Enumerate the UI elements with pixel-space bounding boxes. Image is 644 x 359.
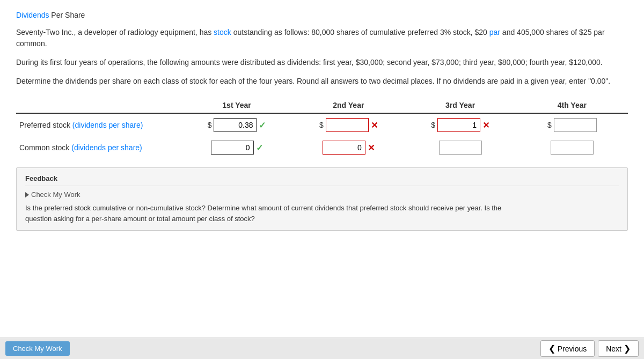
common-year2-x-icon: ✕: [368, 143, 375, 153]
preferred-stock-row: Preferred stock (dividends per share) $ …: [16, 113, 628, 136]
common-year1-input[interactable]: [211, 141, 254, 155]
common-year1-cell: ✓: [181, 136, 292, 159]
title-highlight: Dividends: [16, 11, 49, 19]
common-year2-group: ✕: [296, 141, 401, 155]
preferred-year3-x-icon: ✕: [482, 120, 489, 130]
preferred-year1-input[interactable]: [214, 118, 257, 132]
preferred-year1-cell: $ ✓: [181, 113, 292, 136]
preferred-year3-cell: $ ✕: [404, 113, 516, 136]
nav-buttons: ❮ Previous Next ❯: [540, 340, 639, 357]
preferred-year2-input[interactable]: [326, 118, 369, 132]
common-year2-input[interactable]: [323, 141, 365, 155]
common-year3-cell: [404, 136, 516, 159]
common-stock-label: Common stock (dividends per share): [16, 136, 181, 159]
preferred-year2-x-icon: ✕: [371, 120, 378, 130]
preferred-year2-cell: $ ✕: [292, 113, 404, 136]
preferred-year1-group: $ ✓: [184, 118, 289, 132]
common-year4-cell: [516, 136, 628, 159]
common-year4-group: [519, 141, 625, 155]
col-1st-year-header: 1st Year: [181, 98, 292, 113]
preferred-year4-cell: $: [516, 113, 628, 136]
page-title: Dividends Per Share: [16, 11, 628, 19]
common-year4-input[interactable]: [551, 141, 594, 155]
col-4th-year-header: 4th Year: [516, 98, 628, 113]
check-my-work-label: Check My Work: [25, 191, 619, 199]
col-3rd-year-header: 3rd Year: [404, 98, 516, 113]
bottom-bar: Check My Work ❮ Previous Next ❯: [0, 338, 644, 359]
triangle-icon: [25, 192, 29, 197]
chevron-left-icon: ❮: [548, 343, 555, 354]
feedback-title: Feedback: [25, 174, 619, 186]
common-year2-cell: ✕: [292, 136, 404, 159]
paragraph-1: Seventy-Two Inc., a developer of radiolo…: [16, 27, 628, 49]
col-2nd-year-header: 2nd Year: [292, 98, 404, 113]
feedback-text: Is the preferred stock cumulative or non…: [25, 203, 619, 224]
main-content: Dividends Per Share Seventy-Two Inc., a …: [0, 0, 644, 274]
check-work-button[interactable]: Check My Work: [5, 341, 70, 356]
common-stock-row: Common stock (dividends per share) ✓: [16, 136, 628, 159]
preferred-year4-group: $: [519, 118, 625, 132]
preferred-year4-input[interactable]: [554, 118, 597, 132]
dividends-table: 1st Year 2nd Year 3rd Year 4th Year Pref…: [16, 98, 628, 159]
common-year3-input[interactable]: [439, 141, 482, 155]
common-year1-check-icon: ✓: [256, 143, 263, 153]
preferred-year3-input[interactable]: [437, 118, 480, 132]
col-label-header: [16, 98, 181, 113]
preferred-year3-group: $ ✕: [407, 118, 513, 132]
common-year1-group: ✓: [184, 141, 289, 155]
common-year3-group: [407, 141, 513, 155]
feedback-box: Feedback Check My Work Is the preferred …: [16, 167, 628, 231]
paragraph-2: During its first four years of operation…: [16, 57, 628, 68]
paragraph-3: Determine the dividends per share on eac…: [16, 76, 628, 87]
previous-button[interactable]: ❮ Previous: [540, 340, 595, 357]
preferred-year2-group: $ ✕: [296, 118, 401, 132]
data-table-section: 1st Year 2nd Year 3rd Year 4th Year Pref…: [16, 98, 628, 159]
preferred-year1-check-icon: ✓: [259, 120, 266, 130]
chevron-right-icon: ❯: [624, 343, 631, 354]
next-button[interactable]: Next ❯: [598, 340, 639, 357]
preferred-stock-label: Preferred stock (dividends per share): [16, 113, 181, 136]
table-header-row: 1st Year 2nd Year 3rd Year 4th Year: [16, 98, 628, 113]
